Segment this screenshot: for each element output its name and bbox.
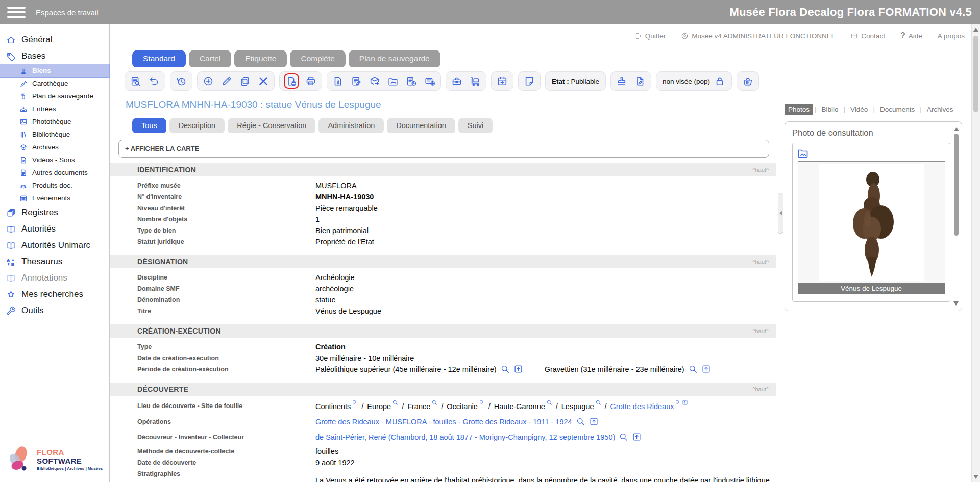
venus-photo-thumbnail[interactable]	[819, 164, 924, 281]
basket-button[interactable]	[742, 75, 753, 87]
help-link[interactable]: ? Aide	[900, 31, 922, 40]
open-record-icon[interactable]	[632, 432, 642, 442]
search-icon[interactable]	[576, 417, 585, 426]
sidebar-item-autorites-unimarc[interactable]: Autorités Unimarc	[0, 237, 109, 253]
scrollbar-thumb[interactable]	[954, 134, 959, 236]
view-tab-standard[interactable]: Standard	[132, 50, 186, 67]
about-link[interactable]: A propos	[938, 32, 965, 40]
print-record-button-highlighted[interactable]	[285, 74, 298, 88]
sidebar-item-evenements[interactable]: Evènements	[0, 192, 109, 205]
sign-document-button[interactable]	[634, 75, 646, 87]
record-tab-tous[interactable]: Tous	[132, 118, 166, 133]
package-export-button[interactable]	[369, 75, 380, 87]
breadcrumb-item[interactable]: France	[407, 402, 430, 411]
edit-record-button[interactable]	[221, 75, 232, 87]
breadcrumb-item[interactable]: Lespugue	[561, 402, 594, 411]
back-button[interactable]	[149, 75, 160, 87]
view-tab-etiquette[interactable]: Etiquette	[234, 50, 287, 67]
search-icon[interactable]	[688, 364, 698, 374]
toolbox-button[interactable]	[451, 75, 462, 87]
sidebar-item-registres[interactable]: Registres	[0, 205, 109, 221]
search-icon[interactable]	[595, 399, 601, 405]
calendar-add-button[interactable]	[497, 75, 508, 87]
search-icon[interactable]	[675, 399, 681, 405]
sidebar-item-autorites[interactable]: Autorités	[0, 221, 109, 237]
sidebar-item-mes-recherches[interactable]: Mes recherches	[0, 286, 109, 302]
top-anchor-link[interactable]: ^haut^	[752, 386, 769, 392]
hamburger-menu-button[interactable]	[7, 7, 26, 18]
operation-link[interactable]: Grotte des Rideaux - MUSFLORA - fouilles…	[315, 418, 572, 426]
media-tab-photos[interactable]: Photos	[785, 104, 813, 115]
contact-link[interactable]: Contact	[850, 32, 885, 40]
media-tab-documents[interactable]: Documents	[876, 104, 918, 115]
search-icon[interactable]	[479, 399, 485, 405]
view-tab-complete[interactable]: Complète	[290, 50, 345, 67]
open-record-icon[interactable]	[701, 364, 711, 374]
scroll-up-arrow[interactable]	[973, 28, 978, 32]
scroll-down-arrow[interactable]	[953, 301, 959, 306]
sidebar-item-archives[interactable]: Archives	[0, 141, 109, 154]
media-tab-video[interactable]: Vidéo	[847, 104, 871, 115]
record-tab-documentation[interactable]: Documentation	[387, 118, 455, 133]
site-link[interactable]: Grotte des Rideaux	[610, 402, 674, 411]
card-add-button[interactable]	[424, 75, 435, 87]
sidebar-item-bases[interactable]: Bases	[0, 48, 109, 64]
media-tab-archives[interactable]: Archives	[923, 104, 957, 115]
media-folder-button[interactable]	[387, 75, 399, 87]
inventory-button[interactable]	[406, 75, 417, 87]
open-record-icon[interactable]	[513, 364, 523, 374]
panel-splitter-handle[interactable]	[778, 193, 783, 234]
page-scrollbar[interactable]	[971, 24, 980, 482]
stamp-button[interactable]	[616, 75, 627, 87]
user-menu[interactable]: Musée v4 ADMINISTRATEUR FONCTIONNEL	[681, 32, 835, 40]
form-search-button[interactable]	[130, 75, 141, 87]
panel-scrollbar[interactable]	[953, 127, 960, 306]
record-tab-description[interactable]: Description	[169, 118, 225, 133]
top-anchor-link[interactable]: ^haut^	[752, 167, 769, 173]
sidebar-item-biens[interactable]: Biens	[0, 64, 109, 77]
sidebar-item-produits-doc[interactable]: Produits doc.	[0, 179, 109, 192]
search-icon[interactable]	[546, 399, 552, 405]
sidebar-item-entrees[interactable]: Entrées	[0, 103, 109, 115]
quit-link[interactable]: Quitter	[634, 32, 666, 40]
sidebar-item-phototheque[interactable]: Photothèque	[0, 115, 109, 128]
breadcrumb-item[interactable]: Occitanie	[447, 402, 477, 411]
scroll-down-arrow[interactable]	[973, 475, 978, 479]
view-tab-cartel[interactable]: Cartel	[189, 50, 231, 67]
note-button[interactable]	[524, 75, 535, 87]
sidebar-item-general[interactable]: Général	[0, 32, 109, 48]
search-icon[interactable]	[392, 399, 398, 405]
search-icon[interactable]	[619, 432, 628, 442]
search-icon[interactable]	[431, 399, 437, 405]
breadcrumb-item[interactable]: Continents	[315, 402, 351, 411]
scroll-up-arrow[interactable]	[954, 127, 959, 131]
scrollbar-thumb[interactable]	[973, 36, 978, 112]
sidebar-item-bibliotheque[interactable]: Bibliothèque	[0, 128, 109, 141]
media-tab-biblio[interactable]: Biblio	[818, 104, 842, 115]
sidebar-item-annotations[interactable]: Annotations	[0, 270, 109, 286]
duplicate-record-button[interactable]	[239, 75, 251, 87]
open-record-icon[interactable]	[682, 399, 688, 405]
breadcrumb-item[interactable]: Haute-Garonne	[494, 402, 545, 411]
record-tab-regie-conservation[interactable]: Régie - Conservation	[228, 118, 315, 133]
sidebar-item-carotheque[interactable]: Carothèque	[0, 77, 109, 90]
show-map-toggle[interactable]: + AFFICHER LA CARTE	[118, 140, 769, 158]
open-media-folder-button[interactable]	[797, 147, 946, 159]
attach-document-button[interactable]	[332, 75, 344, 87]
edit-form-button[interactable]	[351, 75, 362, 87]
add-record-button[interactable]	[203, 75, 214, 87]
sidebar-item-thesaurus[interactable]: Thesaurus	[0, 253, 109, 270]
top-anchor-link[interactable]: ^haut^	[752, 328, 769, 334]
top-anchor-link[interactable]: ^haut^	[752, 259, 769, 265]
person-link[interactable]: de Saint-Périer, René (Chambord, 18 août…	[315, 433, 615, 441]
delete-record-button[interactable]	[258, 75, 269, 87]
workspace-label[interactable]: Espaces de travail	[36, 8, 99, 17]
record-tab-suivi[interactable]: Suivi	[458, 118, 493, 133]
sidebar-item-plan-de-sauvegarde[interactable]: Plan de sauvegarde	[0, 90, 109, 103]
sidebar-item-videos-sons[interactable]: Vidéos - Sons	[0, 154, 109, 166]
sidebar-item-autres-documents[interactable]: Autres documents	[0, 166, 109, 179]
movement-button[interactable]	[470, 75, 481, 87]
sidebar-item-outils[interactable]: Outils	[0, 302, 109, 319]
flora-software-logo[interactable]: FLORA SOFTWARE Bibliothèques | Archives …	[4, 443, 109, 475]
history-button[interactable]	[176, 75, 187, 87]
